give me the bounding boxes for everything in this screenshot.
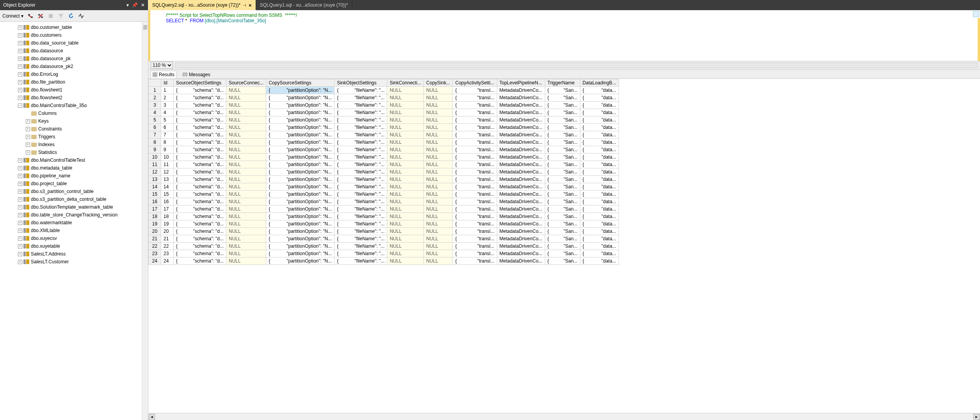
grid-cell[interactable]: {"San... bbox=[545, 176, 580, 183]
grid-cell[interactable]: NULL bbox=[424, 191, 453, 198]
grid-cell[interactable]: {"transl... bbox=[453, 94, 497, 102]
grid-cell[interactable]: NULL bbox=[387, 94, 424, 102]
grid-cell[interactable]: {"San... bbox=[545, 191, 580, 198]
grid-cell[interactable]: {"schema": "d... bbox=[174, 168, 226, 176]
grid-cell[interactable]: 18 bbox=[149, 213, 161, 220]
column-header[interactable]: Id bbox=[161, 79, 174, 87]
grid-cell[interactable]: {"data... bbox=[580, 213, 619, 220]
grid-cell[interactable]: {"partitionOption": "N... bbox=[266, 206, 334, 213]
grid-cell[interactable]: 19 bbox=[149, 220, 161, 228]
grid-cell[interactable]: {"partitionOption": "N... bbox=[266, 250, 334, 257]
table-row[interactable]: 11{"schema": "d...NULL{"partitionOption"… bbox=[149, 87, 619, 94]
grid-cell[interactable]: 9 bbox=[161, 146, 174, 154]
grid-cell[interactable]: {"fileName": "... bbox=[334, 235, 387, 243]
grid-cell[interactable]: {"fileName": "... bbox=[334, 102, 387, 109]
grid-cell[interactable]: {"schema": "d... bbox=[174, 161, 226, 168]
grid-cell[interactable]: {"fileName": "... bbox=[334, 124, 387, 131]
grid-cell[interactable]: 24 bbox=[161, 257, 174, 265]
tree-scrollbar[interactable] bbox=[142, 22, 148, 420]
grid-cell[interactable]: {"schema": "d... bbox=[174, 198, 226, 206]
grid-cell[interactable]: MetadataDrivenCo... bbox=[497, 168, 545, 176]
grid-cell[interactable]: NULL bbox=[424, 161, 453, 168]
results-grid[interactable]: IdSourceObjectSettingsSourceConnec...Cop… bbox=[148, 79, 619, 265]
grid-cell[interactable]: 4 bbox=[161, 109, 174, 116]
grid-cell[interactable]: {"transl... bbox=[453, 87, 497, 94]
grid-cell[interactable]: 17 bbox=[149, 206, 161, 213]
grid-cell[interactable]: NULL bbox=[424, 235, 453, 243]
grid-cell[interactable]: MetadataDrivenCo... bbox=[497, 198, 545, 206]
tree-item[interactable]: +dbo.s3_partition_delta_control_table bbox=[0, 195, 148, 203]
grid-cell[interactable]: 10 bbox=[161, 154, 174, 161]
grid-cell[interactable]: 20 bbox=[161, 228, 174, 235]
grid-cell[interactable]: {"data... bbox=[580, 109, 619, 116]
grid-cell[interactable]: {"transl... bbox=[453, 176, 497, 183]
grid-cell[interactable]: NULL bbox=[387, 235, 424, 243]
grid-cell[interactable]: NULL bbox=[387, 109, 424, 116]
grid-cell[interactable]: NULL bbox=[387, 220, 424, 228]
grid-cell[interactable]: {"schema": "d... bbox=[174, 94, 226, 102]
grid-cell[interactable]: NULL bbox=[424, 139, 453, 146]
grid-cell[interactable]: {"San... bbox=[545, 139, 580, 146]
grid-cell[interactable]: {"transl... bbox=[453, 139, 497, 146]
grid-cell[interactable]: {"data... bbox=[580, 131, 619, 139]
grid-cell[interactable]: NULL bbox=[226, 198, 266, 206]
grid-cell[interactable]: {"partitionOption": "N... bbox=[266, 198, 334, 206]
grid-cell[interactable]: NULL bbox=[387, 161, 424, 168]
grid-cell[interactable]: NULL bbox=[424, 87, 453, 94]
grid-cell[interactable]: {"partitionOption": "N... bbox=[266, 161, 334, 168]
expander-icon[interactable]: + bbox=[18, 33, 22, 38]
grid-cell[interactable]: {"partitionOption": "N... bbox=[266, 109, 334, 116]
grid-cell[interactable]: {"partitionOption": "N... bbox=[266, 191, 334, 198]
column-header[interactable]: SourceConnec... bbox=[226, 79, 266, 87]
tree-item[interactable]: +SalesLT.Address bbox=[0, 250, 148, 258]
tree-item[interactable]: +SalesLT.Customer bbox=[0, 258, 148, 266]
grid-cell[interactable]: 14 bbox=[161, 183, 174, 191]
grid-cell[interactable]: MetadataDrivenCo... bbox=[497, 235, 545, 243]
grid-cell[interactable]: 11 bbox=[149, 161, 161, 168]
grid-cell[interactable]: NULL bbox=[226, 94, 266, 102]
grid-cell[interactable]: MetadataDrivenCo... bbox=[497, 102, 545, 109]
expander-icon[interactable]: + bbox=[26, 127, 30, 131]
table-row[interactable]: 1414{"schema": "d...NULL{"partitionOptio… bbox=[149, 183, 619, 191]
grid-cell[interactable]: NULL bbox=[424, 109, 453, 116]
tree-item[interactable]: +dbo.xuyetable bbox=[0, 242, 148, 250]
grid-cell[interactable]: {"schema": "d... bbox=[174, 139, 226, 146]
grid-cell[interactable]: {"data... bbox=[580, 257, 619, 265]
grid-cell[interactable]: {"fileName": "... bbox=[334, 243, 387, 250]
table-row[interactable]: 1313{"schema": "d...NULL{"partitionOptio… bbox=[149, 176, 619, 183]
table-row[interactable]: 22{"schema": "d...NULL{"partitionOption"… bbox=[149, 94, 619, 102]
expander-icon[interactable]: + bbox=[18, 174, 22, 178]
pin-icon[interactable]: 📌 bbox=[132, 2, 138, 8]
tree-item[interactable]: +dbo.XMLtable bbox=[0, 227, 148, 234]
grid-cell[interactable]: {"data... bbox=[580, 198, 619, 206]
grid-cell[interactable]: 2 bbox=[149, 94, 161, 102]
grid-cell[interactable]: NULL bbox=[226, 87, 266, 94]
grid-cell[interactable]: NULL bbox=[226, 116, 266, 124]
grid-cell[interactable]: NULL bbox=[387, 228, 424, 235]
expander-icon[interactable]: + bbox=[18, 158, 22, 163]
grid-cell[interactable]: MetadataDrivenCo... bbox=[497, 250, 545, 257]
tree-item[interactable]: +Keys bbox=[0, 117, 148, 125]
expander-icon[interactable]: + bbox=[26, 143, 30, 147]
grid-cell[interactable]: {"partitionOption": "N... bbox=[266, 131, 334, 139]
grid-cell[interactable]: {"fileName": "... bbox=[334, 87, 387, 94]
grid-cell[interactable]: {"fileName": "... bbox=[334, 116, 387, 124]
grid-cell[interactable]: {"data... bbox=[580, 87, 619, 94]
grid-cell[interactable]: {"transl... bbox=[453, 109, 497, 116]
grid-cell[interactable]: NULL bbox=[387, 102, 424, 109]
tree-item[interactable]: +dbo.data_source_table bbox=[0, 39, 148, 47]
grid-cell[interactable]: {"schema": "d... bbox=[174, 191, 226, 198]
grid-cell[interactable]: NULL bbox=[387, 176, 424, 183]
grid-cell[interactable]: {"partitionOption": "N... bbox=[266, 220, 334, 228]
grid-cell[interactable]: {"San... bbox=[545, 116, 580, 124]
grid-cell[interactable]: NULL bbox=[226, 146, 266, 154]
grid-cell[interactable]: {"schema": "d... bbox=[174, 146, 226, 154]
grid-cell[interactable]: NULL bbox=[424, 243, 453, 250]
grid-cell[interactable]: {"San... bbox=[545, 213, 580, 220]
grid-cell[interactable]: {"partitionOption": "N... bbox=[266, 168, 334, 176]
grid-cell[interactable]: 20 bbox=[149, 228, 161, 235]
grid-cell[interactable]: 22 bbox=[161, 243, 174, 250]
grid-cell[interactable]: {"schema": "d... bbox=[174, 228, 226, 235]
table-row[interactable]: 1111{"schema": "d...NULL{"partitionOptio… bbox=[149, 161, 619, 168]
grid-cell[interactable]: {"San... bbox=[545, 124, 580, 131]
